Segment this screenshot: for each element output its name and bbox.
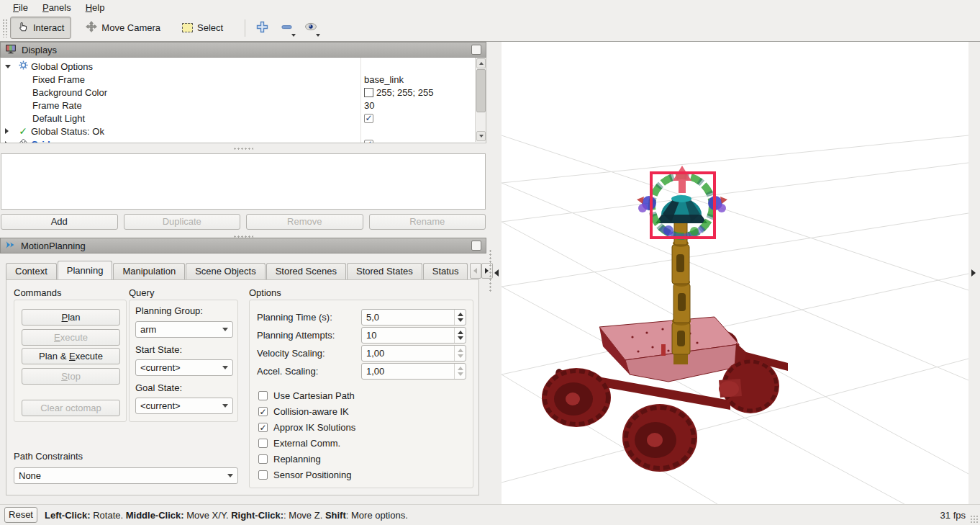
tree-row-frame-rate[interactable]: Frame Rate 30: [1, 99, 472, 112]
scroll-down-button[interactable]: [476, 131, 486, 141]
displays-panel-titlebar[interactable]: Displays: [0, 42, 486, 58]
toolbar-separator: [245, 19, 245, 37]
collapse-left-arrow-icon[interactable]: [494, 269, 499, 277]
rviz-window: File Panels Help Interact Move Camera: [0, 0, 980, 525]
planning-group-label: Planning Group:: [135, 305, 203, 316]
main-area: Displays Global Options Fixed Frame base…: [0, 42, 980, 504]
commands-heading: Commands: [14, 287, 61, 298]
toolbar-drag-handle[interactable]: [2, 19, 7, 37]
replanning-checkbox[interactable]: [258, 454, 268, 464]
menu-panels[interactable]: Panels: [35, 1, 78, 14]
reset-button[interactable]: Reset: [4, 507, 37, 523]
hand-cursor-icon: [17, 21, 29, 35]
goal-state-label: Goal State:: [135, 382, 182, 393]
planning-attempts-spinner[interactable]: 10: [361, 327, 466, 344]
collapse-right-arrow-icon[interactable]: [971, 269, 976, 277]
tree-row-background-color[interactable]: Background Color 255; 255; 255: [1, 86, 472, 99]
left-dock: Displays Global Options Fixed Frame base…: [0, 42, 486, 504]
plus-icon: [256, 21, 268, 35]
tab-stored-scenes[interactable]: Stored Scenes: [266, 263, 346, 279]
tree-label: Default Light: [32, 113, 85, 124]
tree-row-grid[interactable]: Grid: [1, 138, 472, 143]
panel-float-button[interactable]: [471, 45, 481, 55]
options-heading: Options: [249, 287, 281, 298]
external-comm-checkbox[interactable]: [258, 439, 268, 448]
chevron-down-icon: [222, 366, 228, 369]
tree-label: Global Options: [31, 61, 93, 72]
planning-time-spinner[interactable]: 5,0: [361, 309, 466, 326]
window-resize-grip[interactable]: [970, 515, 979, 524]
menu-file[interactable]: File: [6, 1, 35, 14]
checkbox-label: Replanning: [273, 454, 321, 465]
grid-icon: [17, 138, 30, 143]
planning-time-label: Planning Time (s):: [257, 312, 332, 323]
expander-down-icon[interactable]: [5, 65, 12, 68]
use-cartesian-path-checkbox[interactable]: [258, 391, 268, 400]
display-description-box: [1, 153, 486, 210]
3d-viewport[interactable]: [502, 42, 968, 504]
velocity-scaling-spinner[interactable]: 1,00: [361, 345, 466, 362]
panel-splitter[interactable]: [0, 143, 486, 153]
arrow-left-icon: [473, 268, 477, 274]
tool-visibility-button[interactable]: [301, 19, 320, 37]
move-camera-tool-button[interactable]: Move Camera: [78, 17, 168, 39]
move-arrows-icon: [86, 21, 97, 35]
scroll-up-button[interactable]: [476, 58, 486, 68]
start-state-label: Start State:: [135, 344, 182, 355]
tree-row-fixed-frame[interactable]: Fixed Frame base_link: [1, 73, 472, 86]
frame-rate-value[interactable]: 30: [364, 100, 374, 111]
dock-splitter[interactable]: [486, 42, 502, 504]
tree-row-default-light[interactable]: Default Light: [1, 112, 472, 125]
tab-planning[interactable]: Planning: [58, 261, 113, 279]
expander-right-icon[interactable]: [5, 128, 12, 134]
use-cartesian-path-row: Use Cartesian Path: [258, 390, 355, 401]
tab-stored-states[interactable]: Stored States: [347, 263, 422, 279]
plan-button[interactable]: Plan: [22, 309, 120, 326]
velocity-scaling-label: Velocity Scaling:: [257, 348, 325, 359]
accel-scaling-spinner[interactable]: 1,00: [361, 363, 466, 380]
select-tool-button[interactable]: Select: [175, 18, 230, 37]
spinner-arrows[interactable]: [454, 310, 466, 325]
color-swatch: [364, 88, 373, 97]
start-state-combo[interactable]: <current>: [135, 359, 233, 376]
default-light-checkbox[interactable]: [364, 114, 373, 123]
approx-ik-solutions-checkbox[interactable]: [258, 423, 268, 432]
collision-aware-ik-checkbox[interactable]: [258, 407, 268, 416]
tree-row-global-status[interactable]: ✓ Global Status: Ok: [1, 125, 472, 138]
displays-tree[interactable]: Global Options Fixed Frame base_link Bac…: [0, 58, 486, 143]
planning-group-combo[interactable]: arm: [135, 321, 233, 338]
eye-icon: [304, 22, 317, 34]
sensor-positioning-checkbox[interactable]: [258, 470, 268, 480]
path-constraints-combo[interactable]: None: [14, 467, 238, 484]
tree-scrollbar[interactable]: [475, 58, 486, 142]
plan-and-execute-button[interactable]: Plan & Execute: [22, 348, 120, 364]
interact-tool-label: Interact: [33, 22, 64, 33]
remove-tool-button[interactable]: [277, 19, 296, 37]
add-tool-button[interactable]: [253, 19, 271, 37]
spinner-arrows[interactable]: [454, 328, 466, 343]
tab-context[interactable]: Context: [6, 263, 57, 279]
marker-arrow-up[interactable]: [673, 166, 691, 193]
motionplanning-panel-titlebar[interactable]: MotionPlanning: [0, 238, 486, 253]
checkbox-label: Collision-aware IK: [273, 406, 349, 417]
tab-status[interactable]: Status: [423, 263, 468, 279]
chevron-down-icon: [227, 474, 233, 477]
monitor-icon: [5, 44, 17, 56]
motionplanning-tabbar: Context Planning Manipulation Scene Obje…: [6, 261, 493, 279]
tab-scene-objects[interactable]: Scene Objects: [186, 263, 266, 279]
options-group: Planning Time (s): 5,0 Planning Attempts…: [249, 300, 473, 488]
tab-manipulation[interactable]: Manipulation: [113, 263, 185, 279]
interact-tool-button[interactable]: Interact: [10, 17, 71, 39]
panel-float-button[interactable]: [471, 241, 481, 251]
scrollbar-thumb[interactable]: [476, 69, 486, 112]
right-dock-strip[interactable]: [968, 42, 980, 504]
goal-state-combo[interactable]: <current>: [135, 398, 233, 414]
move-camera-tool-label: Move Camera: [101, 22, 160, 33]
mouse-hints: Left-Click: Rotate. Middle-Click: Move X…: [45, 510, 940, 521]
tree-row-global-options[interactable]: Global Options: [1, 60, 472, 73]
add-button[interactable]: Add: [1, 214, 118, 230]
fixed-frame-value[interactable]: base_link: [364, 74, 404, 85]
menu-help[interactable]: Help: [78, 1, 112, 14]
tab-scroll-left-button: [470, 263, 481, 279]
status-ok-check-icon: ✓: [17, 125, 30, 137]
